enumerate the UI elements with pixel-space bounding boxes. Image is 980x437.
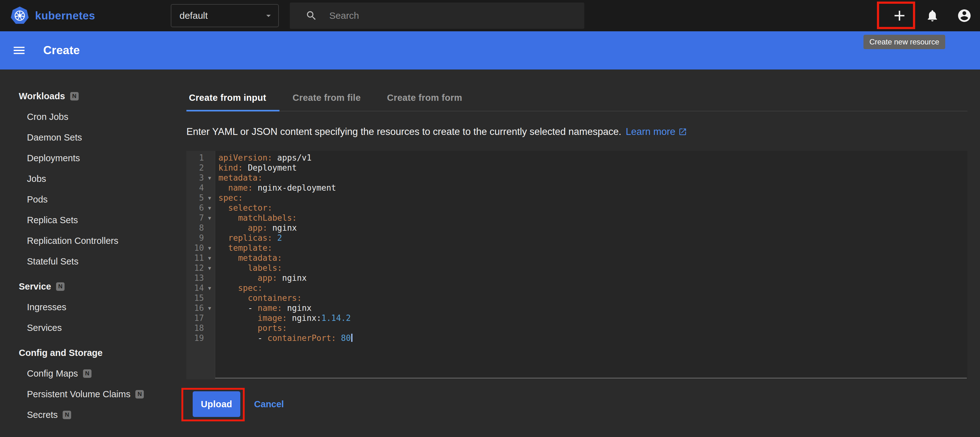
fold-toggle-icon[interactable] — [204, 163, 215, 173]
sidebar-item-replication-controllers[interactable]: Replication Controllers — [0, 230, 174, 251]
kubernetes-helm-icon — [11, 6, 29, 25]
fold-toggle-icon[interactable]: ▾ — [204, 243, 215, 253]
code-text: name: nginx-deployment — [215, 183, 336, 193]
line-number: 3 — [186, 173, 204, 183]
code-text: containers: — [215, 293, 302, 303]
fold-toggle-icon[interactable] — [204, 273, 215, 283]
fold-toggle-icon[interactable]: ▾ — [204, 213, 215, 223]
line-number: 8 — [186, 223, 204, 233]
fold-toggle-icon[interactable]: ▾ — [204, 303, 215, 313]
editor-line[interactable]: 13 app: nginx — [186, 273, 967, 283]
tab-create-from-input[interactable]: Create from input — [186, 84, 280, 111]
topbar-actions — [891, 0, 972, 31]
editor-line[interactable]: 6▾ selector: — [186, 203, 967, 213]
fold-toggle-icon[interactable]: ▾ — [204, 253, 215, 263]
sidebar-item-config-maps[interactable]: Config Maps N — [0, 363, 174, 384]
search-input[interactable] — [329, 10, 578, 21]
fold-toggle-icon[interactable]: ▾ — [204, 263, 215, 273]
fold-toggle-icon[interactable] — [204, 233, 215, 243]
tab-create-from-file[interactable]: Create from file — [280, 84, 374, 111]
notifications-button[interactable] — [926, 9, 939, 22]
code-text: metadata: — [215, 173, 262, 183]
sidebar-item-cron-jobs[interactable]: Cron Jobs — [0, 106, 174, 127]
fold-toggle-icon[interactable] — [204, 183, 215, 193]
description-text: Enter YAML or JSON content specifying th… — [186, 126, 967, 138]
code-text: app: nginx — [215, 223, 297, 233]
section-label: Workloads — [19, 91, 65, 101]
fold-toggle-icon[interactable] — [204, 153, 215, 163]
fold-toggle-icon[interactable] — [204, 323, 215, 333]
editor-line[interactable]: 11▾ metadata: — [186, 253, 967, 263]
search-bar[interactable] — [290, 3, 584, 29]
namespaced-badge: N — [63, 411, 71, 419]
fold-toggle-icon[interactable]: ▾ — [204, 193, 215, 203]
editor-line[interactable]: 19 - containerPort: 80 — [186, 333, 967, 343]
sidebar-section-config-and-storage[interactable]: Config and Storage — [0, 342, 174, 363]
namespace-selector[interactable]: default — [171, 4, 279, 27]
line-number: 18 — [186, 323, 204, 333]
fold-toggle-icon[interactable] — [204, 223, 215, 233]
fold-toggle-icon[interactable]: ▾ — [204, 283, 215, 293]
sidebar-item-deployments[interactable]: Deployments — [0, 148, 174, 168]
editor-line[interactable]: 10▾ template: — [186, 243, 967, 253]
editor-line[interactable]: 8 app: nginx — [186, 223, 967, 233]
fold-toggle-icon[interactable] — [204, 333, 215, 343]
line-number: 1 — [186, 153, 204, 163]
fold-toggle-icon[interactable] — [204, 313, 215, 323]
sidebar-section-workloads[interactable]: Workloads N — [0, 86, 174, 106]
sidebar-item-daemon-sets[interactable]: Daemon Sets — [0, 127, 174, 148]
line-number: 14 — [186, 283, 204, 293]
sidebar-item-jobs[interactable]: Jobs — [0, 168, 174, 189]
sidebar-section-service[interactable]: Service N — [0, 276, 174, 297]
create-new-resource-button[interactable] — [891, 7, 908, 24]
code-text: replicas: 2 — [215, 233, 282, 243]
editor-line[interactable]: 14▾ spec: — [186, 283, 967, 293]
fold-toggle-icon[interactable]: ▾ — [204, 173, 215, 183]
account-circle-icon — [957, 8, 972, 23]
editor-line[interactable]: 9 replicas: 2 — [186, 233, 967, 243]
sidebar-item-ingresses[interactable]: Ingresses — [0, 297, 174, 317]
code-text: kind: Deployment — [215, 163, 297, 173]
line-number: 19 — [186, 333, 204, 343]
line-number: 7 — [186, 213, 204, 223]
cancel-button[interactable]: Cancel — [254, 399, 284, 410]
action-buttons: Upload Cancel — [192, 391, 967, 417]
editor-line[interactable]: 17 image: nginx:1.14.2 — [186, 313, 967, 323]
namespaced-badge: N — [70, 92, 79, 100]
editor-line[interactable]: 12▾ labels: — [186, 263, 967, 273]
fold-toggle-icon[interactable] — [204, 293, 215, 303]
editor-line[interactable]: 1apiVersion: apps/v1 — [186, 153, 967, 163]
editor-line[interactable]: 5▾spec: — [186, 193, 967, 203]
app-bar: Create — [0, 31, 980, 70]
section-label: Service — [19, 282, 51, 292]
sidebar-item-secrets[interactable]: Secrets N — [0, 404, 174, 425]
editor-line[interactable]: 7▾ matchLabels: — [186, 213, 967, 223]
yaml-editor[interactable]: 1apiVersion: apps/v1 2kind: Deployment 3… — [186, 151, 967, 379]
kubernetes-logo[interactable]: kubernetes — [11, 0, 95, 31]
menu-button[interactable] — [12, 43, 26, 58]
code-text: ports: — [215, 323, 287, 333]
tab-create-from-form[interactable]: Create from form — [374, 84, 475, 111]
namespaced-badge: N — [56, 282, 65, 291]
sidebar-item-pods[interactable]: Pods — [0, 189, 174, 210]
editor-line[interactable]: 4 name: nginx-deployment — [186, 183, 967, 193]
learn-more-link[interactable]: Learn more — [626, 126, 687, 138]
open-in-new-icon — [678, 127, 687, 136]
editor-line[interactable]: 18 ports: — [186, 323, 967, 333]
sidebar-item-persistent-volume-claims[interactable]: Persistent Volume Claims N — [0, 384, 174, 404]
text-cursor — [351, 334, 352, 342]
sidebar-item-services[interactable]: Services — [0, 317, 174, 338]
fold-toggle-icon[interactable]: ▾ — [204, 203, 215, 213]
sidebar-item-stateful-sets[interactable]: Stateful Sets — [0, 251, 174, 272]
horizontal-scrollbar[interactable] — [215, 377, 967, 379]
sidebar-item-replica-sets[interactable]: Replica Sets — [0, 210, 174, 230]
section-label: Config and Storage — [19, 348, 102, 358]
editor-line[interactable]: 16▾ - name: nginx — [186, 303, 967, 313]
editor-line[interactable]: 2kind: Deployment — [186, 163, 967, 173]
upload-button[interactable]: Upload — [192, 391, 240, 417]
editor-line[interactable]: 15 containers: — [186, 293, 967, 303]
plus-icon — [891, 7, 908, 24]
account-button[interactable] — [957, 8, 972, 23]
editor-line[interactable]: 3▾metadata: — [186, 173, 967, 183]
line-number: 10 — [186, 243, 204, 253]
